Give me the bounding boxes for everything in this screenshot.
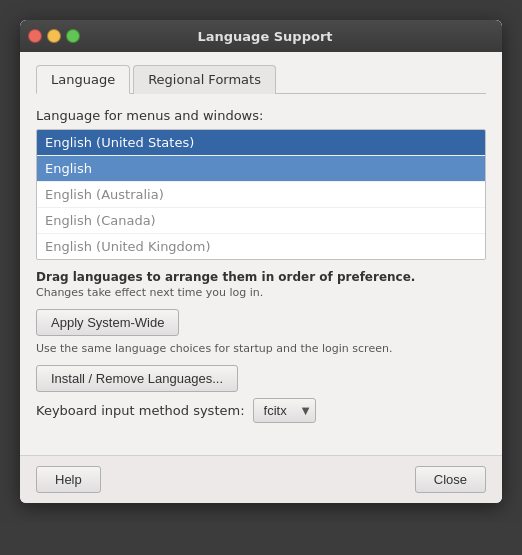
language-support-window: Language Support Language Regional Forma… (20, 20, 502, 503)
drag-hint-sub: Changes take effect next time you log in… (36, 286, 486, 299)
close-dialog-button[interactable]: Close (415, 466, 486, 493)
tab-language[interactable]: Language (36, 65, 130, 94)
language-section-label: Language for menus and windows: (36, 108, 486, 123)
main-content: Language Regional Formats Language for m… (20, 52, 502, 455)
language-item-english-au[interactable]: English (Australia) (37, 182, 485, 208)
minimize-window-button[interactable] (47, 29, 61, 43)
drag-hint-bold: Drag languages to arrange them in order … (36, 270, 486, 284)
tab-regional-formats[interactable]: Regional Formats (133, 65, 276, 94)
keyboard-method-select[interactable]: fcitx ibus none (253, 398, 316, 423)
titlebar: Language Support (20, 20, 502, 52)
apply-system-wide-button[interactable]: Apply System-Wide (36, 309, 179, 336)
help-button[interactable]: Help (36, 466, 101, 493)
window-controls (28, 29, 80, 43)
dialog-footer: Help Close (20, 455, 502, 503)
install-button-row: Install / Remove Languages... (36, 365, 486, 392)
language-item-english[interactable]: English (37, 156, 485, 182)
close-window-button[interactable] (28, 29, 42, 43)
keyboard-method-select-wrapper: fcitx ibus none ▼ (253, 398, 316, 423)
language-item-english-uk[interactable]: English (United Kingdom) (37, 234, 485, 259)
tab-bar: Language Regional Formats (36, 64, 486, 94)
install-remove-languages-button[interactable]: Install / Remove Languages... (36, 365, 238, 392)
apply-button-row: Apply System-Wide (36, 309, 486, 336)
keyboard-input-label: Keyboard input method system: (36, 403, 245, 418)
window-title: Language Support (80, 29, 450, 44)
apply-hint-text: Use the same language choices for startu… (36, 342, 486, 355)
language-item-english-us[interactable]: English (United States) (37, 130, 485, 156)
keyboard-input-row: Keyboard input method system: fcitx ibus… (36, 398, 486, 423)
maximize-window-button[interactable] (66, 29, 80, 43)
language-item-english-ca[interactable]: English (Canada) (37, 208, 485, 234)
language-list: English (United States) English English … (36, 129, 486, 260)
